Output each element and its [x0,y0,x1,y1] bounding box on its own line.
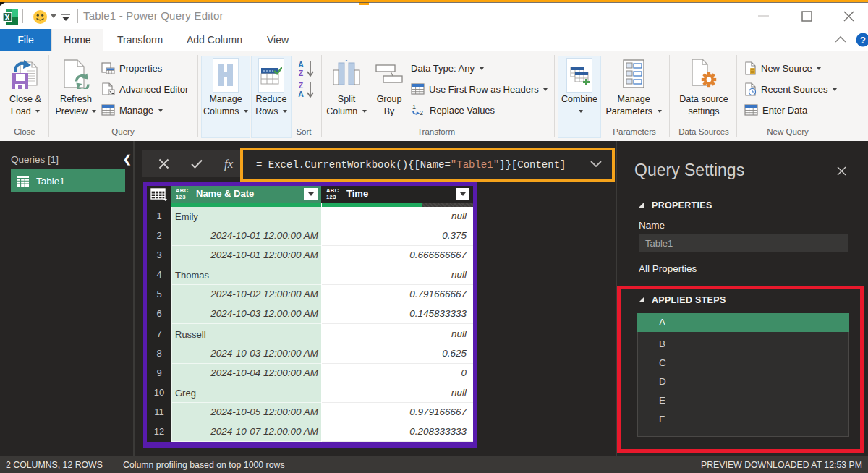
svg-text:Z: Z [299,81,304,90]
svg-text:2: 2 [420,109,423,116]
svg-text:A: A [298,90,304,98]
svg-text:1: 1 [412,103,416,111]
svg-text:Z: Z [299,69,304,77]
svg-text:?: ? [860,35,866,46]
svg-text:X: X [4,13,10,22]
svg-text:A: A [298,60,304,69]
